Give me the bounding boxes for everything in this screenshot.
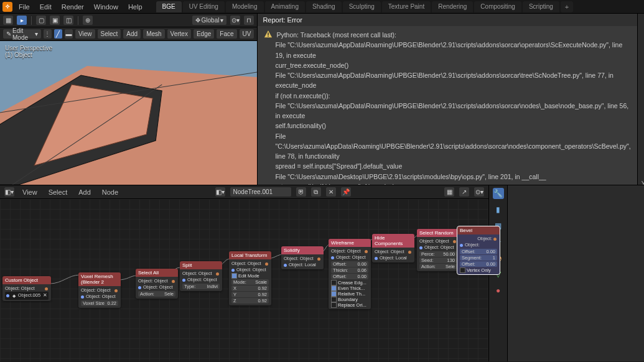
- socket-in-icon[interactable]: [138, 286, 141, 289]
- nodetree-name[interactable]: NodeTree.001: [230, 187, 292, 197]
- editor-type-icon[interactable]: ▦: [2, 15, 14, 26]
- socket-out-icon[interactable]: [317, 258, 320, 261]
- socket-label: Object: Object: [138, 278, 168, 284]
- snap-icon[interactable]: ▢: [35, 15, 47, 26]
- socket-in-icon[interactable]: [419, 246, 422, 249]
- check-even[interactable]: Even Thick...: [331, 285, 368, 291]
- tab-animating[interactable]: Animating: [265, 1, 305, 12]
- menu-edit[interactable]: Edit: [36, 2, 55, 12]
- face-select-icon[interactable]: ▬: [64, 29, 73, 39]
- pivot-icon[interactable]: ⊙▾: [230, 15, 241, 26]
- render-icon[interactable]: ▮: [493, 204, 504, 215]
- check-crease[interactable]: Crease Edg...: [331, 280, 368, 285]
- node-header: ◧▾ View Select Add Node ◧▾ NodeTree.001 …: [0, 185, 488, 199]
- vert-select-icon[interactable]: ⋮: [43, 29, 52, 39]
- ne-menu-view[interactable]: View: [19, 187, 41, 197]
- tool-icon[interactable]: 🔧: [493, 188, 504, 199]
- tree-type-icon[interactable]: ◧▾: [215, 187, 226, 197]
- node-hide-components[interactable]: Hide Components Object: Object Object: L…: [372, 234, 414, 262]
- tab-shading[interactable]: Shading: [306, 1, 342, 12]
- node-custom-object[interactable]: Custom Object Object: Object ◆ Object.00…: [2, 276, 51, 301]
- editor-type-icon[interactable]: ◧▾: [4, 187, 15, 197]
- check-boundary[interactable]: Boundary: [331, 297, 368, 302]
- arrow-icon[interactable]: ↗: [459, 187, 470, 197]
- node-select-all[interactable]: Select All Object: Object Object: Object…: [136, 269, 178, 299]
- close-icon[interactable]: ✕: [325, 187, 337, 197]
- check-replace[interactable]: Replace Ori...: [331, 302, 368, 308]
- edge-select-icon[interactable]: ╱: [54, 29, 63, 39]
- node-local-transform[interactable]: Local Transform Object: Object Object: O…: [229, 251, 271, 305]
- snap3-icon[interactable]: ◫: [63, 15, 74, 26]
- vp-menu-select[interactable]: Select: [97, 29, 122, 39]
- socket-out-icon[interactable]: [408, 251, 411, 254]
- ne-menu-add[interactable]: Add: [75, 187, 95, 197]
- shield-icon[interactable]: ⛨: [296, 187, 307, 197]
- socket-out-icon[interactable]: [453, 240, 456, 243]
- magnet-icon[interactable]: ⊓: [243, 15, 254, 26]
- node-bevel[interactable]: Bevel Object: Object: Offset:0.00 Segmen…: [457, 226, 500, 274]
- orientation-dropdown[interactable]: ✥ Global ▾: [192, 15, 228, 26]
- socket-label: Object: Object: [5, 285, 35, 292]
- node-solidify[interactable]: Solidify Object: Object Object: Local: [281, 246, 324, 269]
- tab-compositing[interactable]: Compositing: [474, 1, 521, 12]
- menu-window[interactable]: Window: [90, 2, 122, 12]
- socket-out-icon[interactable]: [45, 287, 48, 290]
- socket-in-icon[interactable]: [375, 257, 378, 260]
- vp-menu-uv[interactable]: UV: [239, 29, 255, 39]
- node-select-random[interactable]: Select Random Object: Object Object: Obj…: [417, 229, 459, 271]
- edit-mode-check[interactable]: Edit Mode: [231, 273, 269, 279]
- backdrop-icon[interactable]: ▦: [444, 187, 455, 197]
- tab-sculpting[interactable]: Sculpting: [343, 1, 381, 12]
- ne-menu-node[interactable]: Node: [98, 187, 122, 197]
- socket-out-icon[interactable]: [365, 250, 368, 253]
- tab-bge[interactable]: BGE: [156, 1, 182, 12]
- vp-menu-add[interactable]: Add: [123, 29, 141, 39]
- overlay-icon[interactable]: ⊙▾: [474, 187, 485, 197]
- tab-modeling[interactable]: Modeling: [226, 1, 264, 12]
- tab-texpaint[interactable]: Texture Paint: [382, 1, 431, 12]
- node-voxel-remesh[interactable]: Voxel Remesh (Blender 2 Object: Object O…: [78, 272, 121, 308]
- node-properties-panel: [507, 185, 644, 361]
- socket-in-icon[interactable]: [231, 269, 235, 272]
- socket-out-icon[interactable]: [172, 280, 175, 283]
- socket-out-icon[interactable]: [216, 272, 219, 276]
- tab-scripting[interactable]: Scripting: [523, 1, 559, 12]
- menu-help[interactable]: Help: [124, 2, 146, 12]
- node-split[interactable]: Split Object: Object Object: Object Type…: [180, 261, 222, 291]
- object-icon[interactable]: ●: [493, 285, 504, 296]
- copy-icon[interactable]: ⧉: [310, 187, 322, 197]
- vp-menu-vertex[interactable]: Vertex: [167, 29, 192, 39]
- vp-menu-edge[interactable]: Edge: [193, 29, 215, 39]
- 3d-viewport[interactable]: ▦ ▸ ▢ ▣ ◫ ⊕ ✥ Global ▾ ⊙▾ ⊓ ✎ Edit Mode …: [0, 14, 257, 185]
- socket-out-icon[interactable]: [493, 238, 497, 241]
- socket-out-icon[interactable]: [265, 262, 268, 266]
- snap2-icon[interactable]: ▣: [49, 15, 60, 26]
- socket-out-icon[interactable]: [114, 289, 118, 292]
- socket-in-icon[interactable]: [6, 294, 9, 297]
- prop-value: 0.92: [258, 292, 267, 297]
- node-editor-main[interactable]: ◧▾ View Select Add Node ◧▾ NodeTree.001 …: [0, 185, 488, 361]
- vp-menu-mesh[interactable]: Mesh: [142, 29, 165, 39]
- pin-icon[interactable]: 📌: [340, 187, 352, 197]
- vp-menu-face[interactable]: Face: [216, 29, 237, 39]
- socket-in-icon[interactable]: [460, 244, 463, 247]
- socket-in-icon[interactable]: [331, 256, 334, 259]
- node-wireframe[interactable]: Wireframe Object: Object Object: Object …: [329, 239, 371, 309]
- tab-rendering[interactable]: Rendering: [432, 1, 473, 12]
- check-vertex-only[interactable]: Vertex Only: [460, 267, 497, 273]
- gizmo-icon[interactable]: ⊕: [82, 15, 93, 26]
- viewport-canvas[interactable]: [0, 41, 257, 185]
- check-relative[interactable]: Relative Th...: [331, 291, 368, 297]
- socket-in-icon[interactable]: [284, 264, 287, 267]
- tab-uv[interactable]: UV Editing: [183, 1, 225, 12]
- menu-file[interactable]: File: [15, 2, 34, 12]
- socket-in-icon[interactable]: [182, 279, 185, 282]
- socket-in-icon[interactable]: [81, 295, 84, 299]
- mode-dropdown[interactable]: ✎ Edit Mode ▾: [2, 29, 42, 39]
- node-canvas[interactable]: Custom Object Object: Object ◆ Object.00…: [0, 199, 488, 361]
- vp-menu-view[interactable]: View: [75, 29, 96, 39]
- cursor-tool-icon[interactable]: ▸: [16, 15, 27, 26]
- tab-add[interactable]: +: [561, 1, 573, 12]
- ne-menu-select[interactable]: Select: [45, 187, 72, 197]
- menu-render[interactable]: Render: [58, 2, 88, 12]
